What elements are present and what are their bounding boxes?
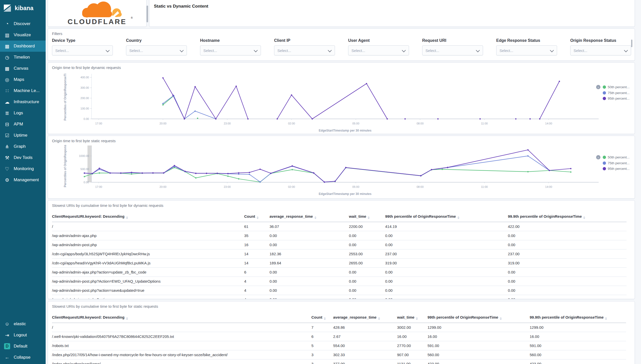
sidebar-item-uptime[interactable]: ☑Uptime: [0, 130, 46, 141]
sort-icon: [378, 317, 380, 320]
table-row: /wp-admin/admin-post.php160.000.000.000.…: [52, 240, 627, 249]
column-header-average-response-time[interactable]: average_response_time: [333, 312, 397, 323]
value-cell: 5: [311, 341, 333, 350]
column-header-99-9th-percentile-of-originresponsetime[interactable]: 99.9th percentile of OriginResponseTime: [508, 211, 627, 222]
value-cell: 591.00: [428, 341, 530, 350]
value-cell: 7: [311, 323, 333, 332]
column-header-99th-percentile-of-originresponsetime[interactable]: 99th percentile of OriginResponseTime: [385, 211, 508, 222]
sidebar-item-graph[interactable]: ⋔Graph: [0, 141, 46, 152]
column-header-clientrequesturi-keyword-descending[interactable]: ClientRequestURI.keyword: Descending: [52, 211, 244, 222]
logout-icon: ⇥: [4, 332, 10, 338]
sort-icon: [257, 216, 259, 219]
sidebar-item-management[interactable]: ⚙Management: [0, 174, 46, 186]
sidebar-item-logout[interactable]: ⇥Logout: [0, 330, 46, 341]
data-table: ClientRequestURI.keyword: DescendingCoun…: [52, 312, 626, 364]
sidebar-item-machine-le[interactable]: ∷Machine Le...: [0, 85, 46, 96]
sidebar-item-timelion[interactable]: ◷Timelion: [0, 52, 46, 63]
origin-response-status-select[interactable]: Select...: [570, 45, 631, 56]
legend-item-75th-percent[interactable]: 75th percent...: [596, 91, 630, 95]
table-panel-dynamic: Slowest URIs by cumulative time to first…: [48, 200, 635, 299]
legend-item-75th-percent[interactable]: 75th percent...: [596, 161, 630, 165]
sidebar-item-discover[interactable]: ◔Discover: [0, 18, 46, 29]
column-header-clientrequesturi-keyword-descending[interactable]: ClientRequestURI.keyword: Descending: [52, 312, 311, 323]
legend-toggle-button[interactable]: ›: [596, 85, 600, 89]
legend-item-95th-percent[interactable]: 95th percent...: [596, 97, 630, 100]
value-cell: 2770.00: [397, 341, 428, 350]
column-header-wait-time[interactable]: wait_time: [349, 211, 385, 222]
sidebar-item-logs[interactable]: ≣Logs: [0, 107, 46, 119]
sidebar-item-infrastructure[interactable]: ☁Infrastructure: [0, 96, 46, 107]
sidebar-item-label: Uptime: [14, 133, 27, 138]
sidebar-item-default[interactable]: DDefault: [0, 341, 46, 352]
table-title-dynamic: Slowest URIs by cumulative time to first…: [52, 203, 163, 208]
value-cell: 0.00: [508, 286, 627, 295]
legend-item-50th-percent[interactable]: ›50th percent...: [596, 155, 630, 159]
value-cell: 6: [244, 268, 270, 277]
chart-canvas-static[interactable]: 0.00500.001000.0017:0020:0023:0002:0005:…: [50, 145, 633, 196]
device-type-select[interactable]: Select...: [52, 45, 113, 56]
discover-icon: ◔: [4, 21, 10, 27]
sidebar-item-dashboard[interactable]: ▦Dashboard: [0, 41, 46, 52]
svg-text:CLOUDFLARE: CLOUDFLARE: [68, 18, 127, 25]
uri-cell: /.well-known/pki-validation/054075F6A27B…: [52, 332, 311, 341]
value-cell: 428.86: [333, 323, 397, 332]
filters-panel: Filters Device TypeSelect...CountrySelec…: [48, 28, 635, 61]
chevron-down-icon: [402, 48, 406, 52]
data-table: ClientRequestURI.keyword: DescendingCoun…: [52, 211, 627, 299]
value-cell: 3: [311, 350, 333, 359]
value-cell: 0.00: [270, 268, 349, 277]
column-header-99-9th-percentile-of-originresponsetime[interactable]: 99.9th percentile of OriginResponseTime: [530, 312, 626, 323]
sidebar-item-label: Discover: [14, 21, 30, 26]
sidebar-spacer: [0, 186, 46, 318]
column-header-count[interactable]: Count: [244, 211, 270, 222]
select-placeholder: Select...: [129, 48, 143, 53]
svg-text:14:00: 14:00: [545, 185, 552, 188]
country-select[interactable]: Select...: [126, 45, 187, 56]
value-cell: 2655.00: [349, 259, 385, 268]
uri-cell: /index.php/author/camiliame/: [52, 359, 311, 364]
sidebar-item-label: Monitoring: [14, 166, 34, 171]
column-header-wait-time[interactable]: wait_time: [397, 312, 428, 323]
legend-toggle-button[interactable]: ›: [596, 155, 600, 159]
edge-response-status-select[interactable]: Select...: [496, 45, 557, 56]
kibana-logo[interactable]: kibana: [0, 0, 46, 16]
column-header-99th-percentile-of-originresponsetime[interactable]: 99th percentile of OriginResponseTime: [428, 312, 530, 323]
select-placeholder: Select...: [425, 48, 439, 53]
chart-canvas-dynamic[interactable]: 0.00100.00200.00300.00400.0017:0020:0023…: [50, 72, 633, 133]
column-header-average-response-time[interactable]: average_response_time: [270, 211, 349, 222]
legend-item-50th-percent[interactable]: ›50th percent...: [596, 85, 630, 89]
chevron-down-icon: [550, 48, 554, 52]
table-row: /robots.txt5554.002770.00591.00591.00: [52, 341, 626, 350]
client-ip-select[interactable]: Select...: [274, 45, 335, 56]
filter-label: Country: [126, 38, 187, 43]
select-placeholder: Select...: [277, 48, 291, 53]
sidebar-item-maps[interactable]: ◎Maps: [0, 74, 46, 85]
sidebar-item-canvas[interactable]: ▩Canvas: [0, 63, 46, 74]
request-uri-select[interactable]: Select...: [422, 45, 483, 56]
sort-icon: [126, 317, 128, 320]
sidebar-item-label: APM: [14, 122, 23, 127]
uptime-icon: ☑: [4, 133, 10, 138]
sidebar-item-apm[interactable]: ⊟APM: [0, 119, 46, 130]
sidebar-item-monitoring[interactable]: ♡Monitoring: [0, 163, 46, 174]
dashboard-icon: ▦: [4, 43, 10, 49]
scrollbar-filters-panel[interactable]: [631, 40, 632, 47]
hostname-select[interactable]: Select...: [200, 45, 261, 56]
sidebar-item-visualize[interactable]: ▥Visualize: [0, 29, 46, 41]
filter-label: User Agent: [348, 38, 409, 43]
scrollbar-logo-panel[interactable]: [147, 6, 148, 22]
table-row: /index.php/author/camiliame/3377.001131.…: [52, 359, 626, 364]
sidebar-item-dev-tools[interactable]: ⚒Dev Tools: [0, 152, 46, 163]
sidebar-item-label: Management: [14, 177, 39, 183]
sidebar-item-elastic[interactable]: ☺elastic: [0, 318, 46, 330]
sidebar-item-collapse[interactable]: ←Collapse: [0, 352, 46, 363]
value-cell: 6: [311, 332, 333, 341]
filter-label: Request URI: [422, 38, 483, 43]
value-cell: 554.00: [333, 341, 397, 350]
sidebar-item-label: Logout: [14, 333, 27, 338]
column-header-count[interactable]: Count: [311, 312, 333, 323]
sidebar-bottom-nav: ☺elastic⇥LogoutDDefault←Collapse: [0, 318, 46, 363]
user-agent-select[interactable]: Select...: [348, 45, 409, 56]
sidebar-item-label: Infrastructure: [14, 99, 39, 104]
legend-item-95th-percent[interactable]: 95th percent...: [596, 167, 630, 171]
